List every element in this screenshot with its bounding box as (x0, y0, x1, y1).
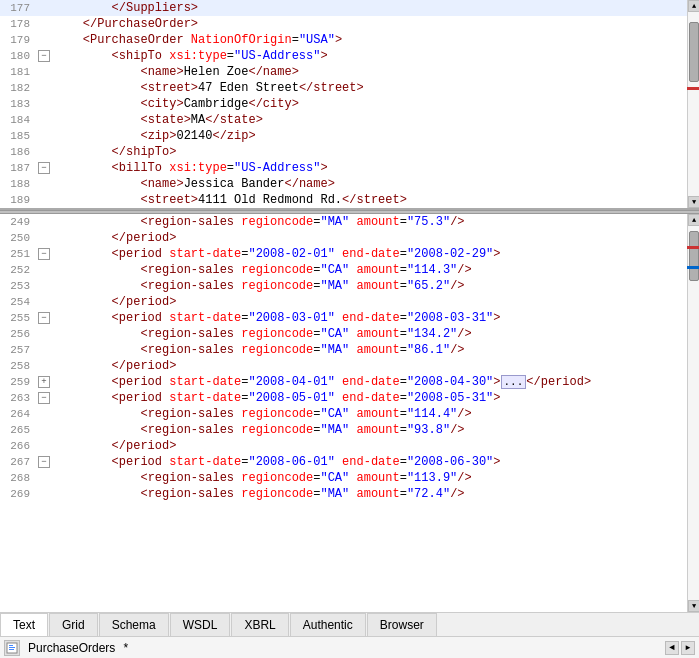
line-content: <region-sales regioncode="MA" amount="65… (52, 278, 687, 294)
line-gutter: − (36, 312, 52, 324)
line-number: 258 (0, 358, 36, 374)
line-number: 252 (0, 262, 36, 278)
line-number: 256 (0, 326, 36, 342)
table-row: 268 <region-sales regioncode="CA" amount… (0, 470, 687, 486)
line-gutter: − (36, 50, 52, 62)
nav-right-button[interactable]: ► (681, 641, 695, 655)
line-number: 269 (0, 486, 36, 502)
table-row: 259+ <period start-date="2008-04-01" end… (0, 374, 687, 390)
tab-xbrl[interactable]: XBRL (231, 613, 288, 637)
xml-lines-top[interactable]: 177 </Suppliers>178 </PurchaseOrder>179 … (0, 0, 687, 208)
collapse-button[interactable]: − (38, 312, 50, 324)
red-marker-bottom-1 (687, 246, 699, 249)
tab-grid[interactable]: Grid (49, 613, 98, 637)
table-row: 265 <region-sales regioncode="MA" amount… (0, 422, 687, 438)
line-content: <region-sales regioncode="CA" amount="13… (52, 326, 687, 342)
line-content: <state>MA</state> (52, 112, 687, 128)
xml-lines-bottom[interactable]: 249 <region-sales regioncode="MA" amount… (0, 214, 687, 612)
line-number: 267 (0, 454, 36, 470)
line-number: 253 (0, 278, 36, 294)
table-row: 183 <city>Cambridge</city> (0, 96, 687, 112)
line-content: <period start-date="2008-02-01" end-date… (52, 246, 687, 262)
tab-browser[interactable]: Browser (367, 613, 437, 637)
tab-wsdl[interactable]: WSDL (170, 613, 231, 637)
line-content: <region-sales regioncode="MA" amount="75… (52, 214, 687, 230)
collapse-button[interactable]: − (38, 456, 50, 468)
table-row: 249 <region-sales regioncode="MA" amount… (0, 214, 687, 230)
line-number: 179 (0, 32, 36, 48)
line-content: </period> (52, 438, 687, 454)
table-row: 264 <region-sales regioncode="CA" amount… (0, 406, 687, 422)
table-row: 254 </period> (0, 294, 687, 310)
scroll-thumb-bottom[interactable] (689, 231, 699, 281)
collapse-button[interactable]: − (38, 248, 50, 260)
nav-arrows: ◄ ► (665, 641, 695, 655)
bottom-lines-container: 249 <region-sales regioncode="MA" amount… (0, 214, 687, 502)
table-row: 189 <street>4111 Old Redmond Rd.</street… (0, 192, 687, 208)
line-number: 254 (0, 294, 36, 310)
table-row: 258 </period> (0, 358, 687, 374)
line-number: 263 (0, 390, 36, 406)
line-number: 181 (0, 64, 36, 80)
line-number: 249 (0, 214, 36, 230)
line-content: <PurchaseOrder NationOfOrigin="USA"> (52, 32, 687, 48)
line-content: </Suppliers> (52, 0, 687, 16)
nav-left-button[interactable]: ◄ (665, 641, 679, 655)
line-number: 251 (0, 246, 36, 262)
table-row: 182 <street>47 Eden Street</street> (0, 80, 687, 96)
top-scrollbar[interactable]: ▲ ▼ (687, 0, 699, 208)
table-row: 266 </period> (0, 438, 687, 454)
scroll-down-arrow-bottom[interactable]: ▼ (688, 600, 699, 612)
table-row: 250 </period> (0, 230, 687, 246)
line-number: 257 (0, 342, 36, 358)
svg-rect-1 (9, 645, 13, 646)
line-number: 265 (0, 422, 36, 438)
line-content: </PurchaseOrder> (52, 16, 687, 32)
bottom-scrollbar[interactable]: ▲ ▼ (687, 214, 699, 612)
line-number: 264 (0, 406, 36, 422)
line-content: <city>Cambridge</city> (52, 96, 687, 112)
table-row: 252 <region-sales regioncode="CA" amount… (0, 262, 687, 278)
tab-text[interactable]: Text (0, 613, 48, 637)
line-gutter: − (36, 162, 52, 174)
line-content: <name>Jessica Bander</name> (52, 176, 687, 192)
line-content: <region-sales regioncode="CA" amount="11… (52, 262, 687, 278)
scroll-down-arrow-top[interactable]: ▼ (688, 196, 699, 208)
table-row: 267− <period start-date="2008-06-01" end… (0, 454, 687, 470)
tab-authentic[interactable]: Authentic (290, 613, 366, 637)
table-row: 180− <shipTo xsi:type="US-Address"> (0, 48, 687, 64)
line-content: <zip>02140</zip> (52, 128, 687, 144)
table-row: 177 </Suppliers> (0, 0, 687, 16)
collapse-button[interactable]: − (38, 162, 50, 174)
line-gutter: − (36, 392, 52, 404)
line-number: 188 (0, 176, 36, 192)
collapse-button[interactable]: − (38, 392, 50, 404)
table-row: 188 <name>Jessica Bander</name> (0, 176, 687, 192)
table-row: 253 <region-sales regioncode="MA" amount… (0, 278, 687, 294)
line-number: 186 (0, 144, 36, 160)
line-number: 177 (0, 0, 36, 16)
xml-pane-top: 177 </Suppliers>178 </PurchaseOrder>179 … (0, 0, 699, 210)
scroll-up-arrow-bottom[interactable]: ▲ (688, 214, 699, 226)
ellipsis-collapse-tag[interactable]: ... (501, 375, 527, 389)
table-row: 263− <period start-date="2008-05-01" end… (0, 390, 687, 406)
tab-schema[interactable]: Schema (99, 613, 169, 637)
line-content: </shipTo> (52, 144, 687, 160)
collapse-button[interactable]: − (38, 50, 50, 62)
line-number: 259 (0, 374, 36, 390)
scroll-up-arrow-top[interactable]: ▲ (688, 0, 699, 12)
scroll-thumb-top[interactable] (689, 22, 699, 82)
line-number: 187 (0, 160, 36, 176)
table-row: 186 </shipTo> (0, 144, 687, 160)
status-filename: PurchaseOrders (28, 641, 115, 655)
table-row: 256 <region-sales regioncode="CA" amount… (0, 326, 687, 342)
line-content: </period> (52, 358, 687, 374)
line-content: <street>47 Eden Street</street> (52, 80, 687, 96)
line-number: 266 (0, 438, 36, 454)
line-number: 182 (0, 80, 36, 96)
table-row: 255− <period start-date="2008-03-01" end… (0, 310, 687, 326)
table-row: 187− <billTo xsi:type="US-Address"> (0, 160, 687, 176)
collapse-button[interactable]: + (38, 376, 50, 388)
table-row: 257 <region-sales regioncode="MA" amount… (0, 342, 687, 358)
table-row: 179 <PurchaseOrder NationOfOrigin="USA"> (0, 32, 687, 48)
